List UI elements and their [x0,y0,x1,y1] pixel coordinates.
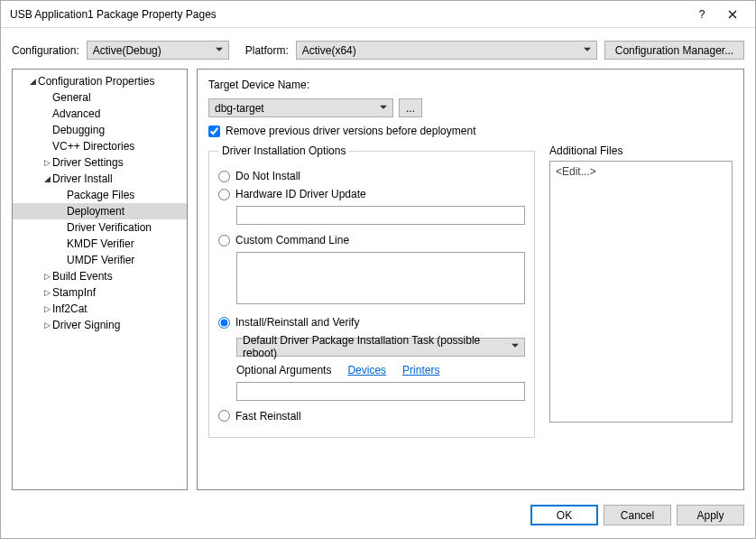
group-legend: Driver Installation Options [218,144,349,157]
tree-item-debugging[interactable]: Debugging [13,122,187,138]
target-device-dropdown[interactable]: dbg-target [208,98,393,117]
ok-button[interactable]: OK [530,505,598,525]
browse-target-button[interactable]: ... [399,98,422,117]
tree-item-driver-verification[interactable]: Driver Verification [13,219,187,236]
optional-args-label: Optional Arguments [236,364,331,376]
devices-link[interactable]: Devices [347,364,386,376]
platform-dropdown[interactable]: Active(x64) [296,41,597,60]
content-pane: Target Device Name: dbg-target ... Remov… [197,69,744,490]
additional-files-list[interactable]: <Edit...> [549,161,733,423]
radio-fast-reinstall[interactable] [218,410,230,422]
close-button[interactable] [717,5,748,24]
property-pages-window: USB Application1 Package Property Pages … [0,0,756,539]
tree-item-package-files[interactable]: Package Files [13,187,187,203]
radio-custom-cmd[interactable] [218,235,230,246]
remove-previous-label: Remove previous driver versions before d… [226,125,475,137]
tree-item-advanced[interactable]: Advanced [13,106,187,122]
tree-item-stampinf[interactable]: ▷StampInf [13,284,187,301]
platform-label: Platform: [245,44,289,57]
window-title: USB Application1 Package Property Pages [10,8,687,21]
tree-item-driver-signing[interactable]: ▷Driver Signing [13,317,187,333]
radio-do-not-install[interactable] [218,171,230,182]
install-task-dropdown[interactable]: Default Driver Package Installation Task… [236,338,525,357]
cancel-button[interactable]: Cancel [604,505,671,525]
config-row: Configuration: Active(Debug) Platform: A… [1,28,755,69]
printers-link[interactable]: Printers [402,364,439,376]
tree-item-driver-settings[interactable]: ▷Driver Settings [13,154,187,171]
optional-args-input[interactable] [236,382,525,401]
remove-previous-checkbox[interactable] [208,125,220,137]
nav-tree[interactable]: ◢Configuration Properties GeneralAdvance… [12,69,188,490]
configuration-dropdown[interactable]: Active(Debug) [87,41,229,60]
radio-install-verify[interactable] [218,317,230,329]
driver-install-options-group: Driver Installation Options Do Not Insta… [208,144,535,438]
additional-files-label: Additional Files [549,144,733,157]
dialog-footer: OK Cancel Apply [1,497,755,538]
hwid-input[interactable] [236,206,525,225]
tree-item-inf2cat[interactable]: ▷Inf2Cat [13,301,187,317]
tree-item-umdf-verifier[interactable]: UMDF Verifier [13,252,187,268]
target-label: Target Device Name: [208,79,733,91]
apply-button[interactable]: Apply [677,505,744,525]
config-manager-button[interactable]: Configuration Manager... [604,41,744,60]
tree-item-deployment[interactable]: Deployment [13,203,187,219]
tree-root[interactable]: ◢Configuration Properties [13,73,187,89]
radio-hwid-update[interactable] [218,189,230,200]
help-button[interactable]: ? [687,5,717,24]
tree-item-vc-directories[interactable]: VC++ Directories [13,138,187,154]
custom-cmd-textarea[interactable] [236,252,525,304]
tree-item-general[interactable]: General [13,89,187,106]
titlebar: USB Application1 Package Property Pages … [1,1,755,28]
tree-item-driver-install[interactable]: ◢Driver Install [13,171,187,187]
tree-item-build-events[interactable]: ▷Build Events [13,268,187,284]
tree-item-kmdf-verifier[interactable]: KMDF Verifier [13,236,187,252]
configuration-label: Configuration: [12,44,79,57]
